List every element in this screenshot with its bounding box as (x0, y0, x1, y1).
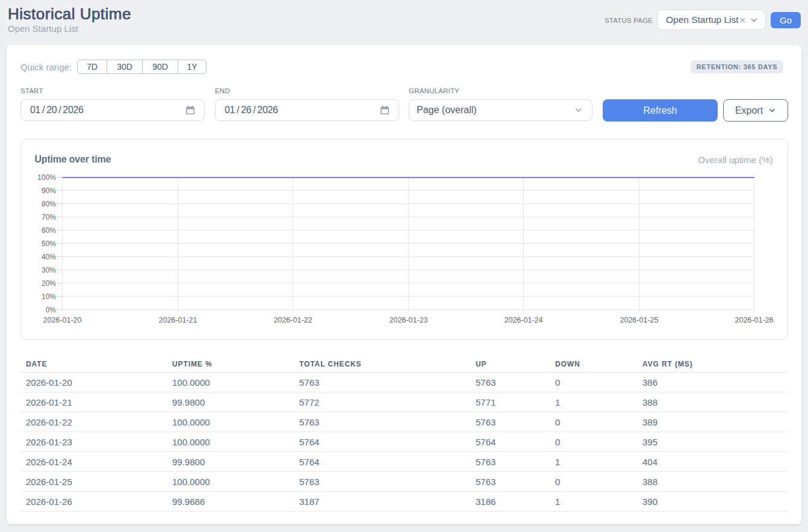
svg-text:40%: 40% (41, 253, 55, 261)
svg-text:2026-01-23: 2026-01-23 (389, 316, 427, 324)
svg-text:20%: 20% (41, 279, 55, 288)
svg-text:30%: 30% (41, 266, 55, 274)
svg-text:2026-01-26: 2026-01-26 (735, 316, 773, 324)
svg-text:50%: 50% (41, 240, 55, 248)
svg-text:60%: 60% (41, 226, 55, 235)
svg-text:90%: 90% (41, 187, 55, 195)
svg-text:0%: 0% (45, 306, 56, 314)
svg-text:2026-01-24: 2026-01-24 (504, 316, 542, 324)
svg-text:100%: 100% (37, 173, 56, 182)
svg-text:2026-01-21: 2026-01-21 (158, 316, 197, 324)
svg-text:2026-01-20: 2026-01-20 (43, 316, 81, 324)
svg-text:70%: 70% (41, 213, 55, 221)
svg-text:2026-01-22: 2026-01-22 (273, 316, 312, 324)
svg-text:80%: 80% (41, 200, 55, 208)
svg-text:10%: 10% (41, 292, 55, 301)
svg-text:2026-01-25: 2026-01-25 (620, 316, 658, 324)
